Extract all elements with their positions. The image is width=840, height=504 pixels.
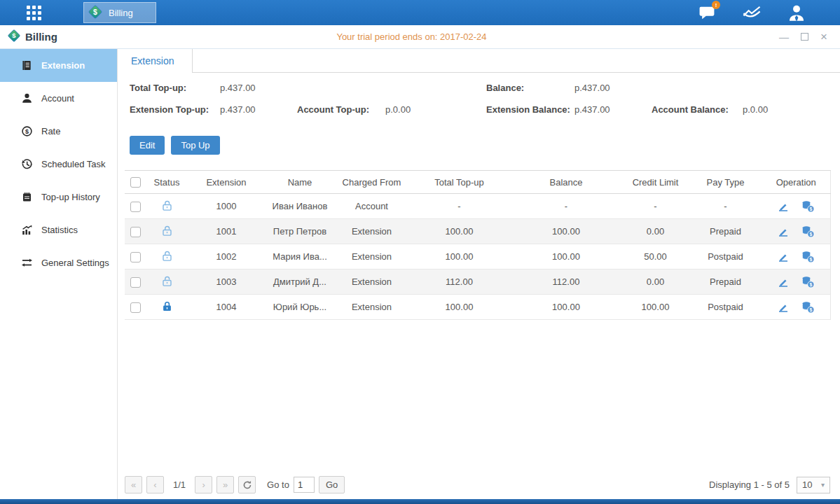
top-up-row-icon[interactable]: $ <box>801 200 815 213</box>
balance-cell: 100.00 <box>510 219 622 244</box>
user-account-icon[interactable] <box>787 4 806 22</box>
screen: $ Billing ! <box>0 0 840 504</box>
window-title: Billing <box>25 31 57 43</box>
sidebar-item-extension[interactable]: Extension <box>0 49 117 82</box>
goto-page-input[interactable] <box>294 477 315 493</box>
edit-row-icon[interactable] <box>777 225 790 238</box>
unlocked-status-icon <box>161 275 173 287</box>
sidebar-item-label: General Settings <box>41 258 109 268</box>
table-row: 1003 Дмитрий Д... Extension 112.00 112.0… <box>125 270 830 295</box>
messages-icon[interactable]: ! <box>697 4 717 22</box>
chevron-down-icon: ▾ <box>821 481 825 489</box>
svg-text:$: $ <box>810 206 813 211</box>
extension-cell: 1002 <box>188 244 265 270</box>
goto-label: Go to <box>267 479 289 490</box>
row-checkbox[interactable] <box>130 302 141 313</box>
table-row: 1002 Мария Ива... Extension 100.00 100.0… <box>125 244 830 270</box>
edit-row-icon[interactable] <box>777 276 790 288</box>
operation-cell: $ <box>762 244 830 270</box>
table-header-row: Status Extension Name Charged From Total… <box>125 171 830 194</box>
next-page-button[interactable]: › <box>195 476 212 493</box>
svg-text:$: $ <box>25 128 29 135</box>
top-up-row-icon[interactable]: $ <box>801 276 815 288</box>
sidebar-item-rate[interactable]: $ Rate <box>0 115 117 148</box>
col-charged-from: Charged From <box>335 171 408 194</box>
svg-text:$: $ <box>810 256 813 262</box>
taskbar-billing-tab[interactable]: $ Billing <box>83 2 156 23</box>
top-up-row-icon[interactable]: $ <box>801 301 815 314</box>
go-button[interactable]: Go <box>319 476 345 493</box>
extension-icon <box>21 59 33 71</box>
summary-panel: Total Top-up: p.437.00 Balance: p.437.00… <box>118 81 840 125</box>
row-checkbox[interactable] <box>130 252 141 262</box>
last-page-button[interactable]: » <box>216 476 234 493</box>
edit-button[interactable]: Edit <box>130 136 165 155</box>
row-checkbox[interactable] <box>130 277 141 288</box>
maximize-button[interactable] <box>801 32 808 42</box>
charged-from-cell: Extension <box>335 219 408 244</box>
total-topup-cell: 112.00 <box>408 270 510 295</box>
refresh-button[interactable] <box>238 476 256 493</box>
sidebar-item-topup-history[interactable]: Top-up History <box>0 181 117 214</box>
balance-cell: 100.00 <box>510 244 622 270</box>
sidebar-item-scheduled-task[interactable]: Scheduled Task <box>0 148 117 181</box>
credit-limit-cell: 0.00 <box>622 219 689 244</box>
top-up-row-icon[interactable]: $ <box>801 225 815 238</box>
top-up-button[interactable]: Top Up <box>171 136 219 155</box>
sidebar-item-label: Scheduled Task <box>41 159 106 169</box>
first-page-button[interactable]: « <box>125 476 142 493</box>
bottom-edge-strip <box>0 499 840 504</box>
minimize-button[interactable]: — <box>779 32 789 42</box>
tab-extension[interactable]: Extension <box>118 49 193 73</box>
status-cell <box>146 270 188 295</box>
edit-row-icon[interactable] <box>777 200 790 213</box>
col-extension: Extension <box>188 171 265 194</box>
row-checkbox[interactable] <box>130 202 141 212</box>
sidebar-item-label: Extension <box>41 60 85 71</box>
sidebar-item-statistics[interactable]: Statistics <box>0 214 117 246</box>
sidebar: Extension Account $ Rate <box>0 49 118 499</box>
pay-type-cell: Prepaid <box>689 219 762 244</box>
apps-grid-icon[interactable] <box>27 6 41 20</box>
trial-notice: Your trial period ends on: 2017-02-24 <box>336 31 486 42</box>
operation-cell: $ <box>762 270 830 295</box>
displaying-text: Displaying 1 - 5 of 5 <box>709 479 790 490</box>
row-checkbox[interactable] <box>130 227 141 237</box>
unlocked-status-icon <box>161 200 173 211</box>
status-cell <box>146 219 188 244</box>
prev-page-button[interactable]: ‹ <box>146 476 164 493</box>
charged-from-cell: Extension <box>335 270 408 295</box>
edit-row-icon[interactable] <box>777 251 790 263</box>
svg-text:$: $ <box>12 31 16 39</box>
close-button[interactable]: × <box>820 31 827 43</box>
locked-status-icon <box>161 300 173 312</box>
taskbar: $ Billing ! <box>0 0 840 25</box>
maximize-icon <box>801 33 808 41</box>
total-topup-cell: 100.00 <box>408 219 510 244</box>
extension-topup-label: Extension Top-up: <box>130 104 209 115</box>
page-size-dropdown[interactable]: 10 ▾ <box>797 477 830 493</box>
window-titlebar: $ Billing Your trial period ends on: 201… <box>0 25 840 49</box>
charged-from-cell: Extension <box>335 244 408 270</box>
taskbar-tab-label: Billing <box>109 8 133 18</box>
general-settings-icon <box>21 257 33 269</box>
col-status: Status <box>146 171 188 194</box>
edit-row-icon[interactable] <box>777 301 790 314</box>
extension-cell: 1001 <box>188 219 265 244</box>
sidebar-item-general-settings[interactable]: General Settings <box>0 246 117 279</box>
page-indicator: 1/1 <box>173 479 186 490</box>
extension-balance-label: Extension Balance: <box>486 104 570 115</box>
billing-app-icon: $ <box>88 4 103 22</box>
action-buttons: Edit Top Up <box>130 136 840 155</box>
statistics-report-icon[interactable] <box>742 4 762 22</box>
window-controls: — × <box>779 31 840 43</box>
table-row: 1004 Юрий Юрь... Extension 100.00 100.00… <box>125 295 830 320</box>
sidebar-item-account[interactable]: Account <box>0 82 117 115</box>
status-cell <box>146 295 188 320</box>
svg-text:$: $ <box>810 281 813 287</box>
top-up-row-icon[interactable]: $ <box>801 251 815 263</box>
pay-type-cell: - <box>689 194 762 219</box>
select-all-checkbox[interactable] <box>130 177 141 188</box>
unlocked-status-icon <box>161 225 173 237</box>
extension-balance-value: p.437.00 <box>574 104 610 115</box>
